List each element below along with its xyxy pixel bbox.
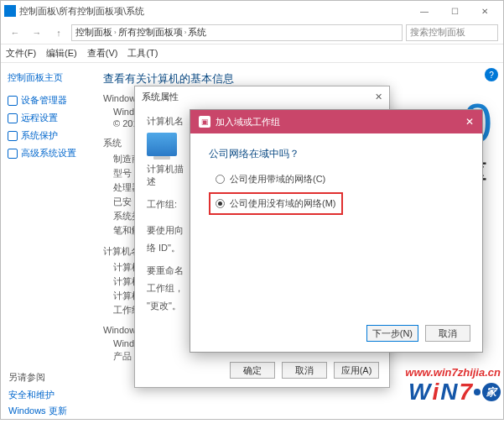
remote-icon xyxy=(8,113,18,123)
joindlg-titlebar: ▣ 加入域或工作组 ✕ xyxy=(190,110,482,133)
menu-tools[interactable]: 工具(T) xyxy=(127,47,158,60)
highlighted-option: 公司使用没有域的网络(M) xyxy=(209,192,343,215)
sidebar-item-advanced[interactable]: 高级系统设置 xyxy=(8,147,86,160)
sysprop-title-text: 系统属性 xyxy=(142,91,179,103)
titlebar: 控制面板\所有控制面板项\系统 — ☐ ✕ xyxy=(1,1,503,21)
crumb[interactable]: 所有控制面板项 xyxy=(118,26,183,39)
breadcrumb[interactable]: 控制面板 › 所有控制面板项 › 系统 xyxy=(71,24,403,41)
wizard-icon: ▣ xyxy=(199,116,210,128)
ok-button[interactable]: 确定 xyxy=(230,362,275,379)
cancel-button[interactable]: 取消 xyxy=(282,362,327,379)
see-also-update[interactable]: Windows 更新 xyxy=(8,405,67,417)
sidebar-item-device-manager[interactable]: 设备管理器 xyxy=(8,94,86,107)
minimize-button[interactable]: — xyxy=(409,1,439,21)
window-title: 控制面板\所有控制面板项\系统 xyxy=(19,5,409,18)
up-arrow-icon[interactable]: ↑ xyxy=(49,24,68,42)
control-panel-home-link[interactable]: 控制面板主页 xyxy=(8,71,86,84)
sidebar-item-remote[interactable]: 远程设置 xyxy=(8,112,86,124)
joindlg-body: 公司网络在域中吗？ 公司使用带域的网络(C) 公司使用没有域的网络(M) xyxy=(190,133,482,228)
sysprop-footer: 确定 取消 应用(A) xyxy=(230,362,379,379)
maximize-button[interactable]: ☐ xyxy=(439,1,470,21)
label: 计算机描述 xyxy=(147,163,189,188)
menu-view[interactable]: 查看(V) xyxy=(87,47,118,60)
label: 计算机名 xyxy=(147,115,189,128)
radio-label: 公司使用带域的网络(C) xyxy=(230,173,325,186)
navbar: ← → ↑ 控制面板 › 所有控制面板项 › 系统 搜索控制面板 xyxy=(1,21,503,44)
join-domain-dialog: ▣ 加入域或工作组 ✕ 公司网络在域中吗？ 公司使用带域的网络(C) 公司使用没… xyxy=(190,109,483,353)
window-controls: — ☐ ✕ xyxy=(409,1,500,21)
see-also: 另请参阅 安全和维护 Windows 更新 xyxy=(8,371,67,421)
page-title: 查看有关计算机的基本信息 xyxy=(103,71,493,86)
chevron-right-icon: › xyxy=(114,29,117,36)
crumb[interactable]: 系统 xyxy=(188,26,206,39)
menubar: 文件(F) 编辑(E) 查看(V) 工具(T) xyxy=(1,44,503,63)
computer-icon xyxy=(147,133,177,156)
device-icon xyxy=(8,96,18,106)
back-arrow-icon[interactable]: ← xyxy=(6,24,24,42)
cancel-button[interactable]: 取消 xyxy=(425,325,470,342)
radio-domain[interactable]: 公司使用带域的网络(C) xyxy=(209,173,464,186)
sidebar: 控制面板主页 设备管理器 远程设置 系统保护 高级系统设置 xyxy=(1,63,93,419)
radio-label: 公司使用没有域的网络(M) xyxy=(230,197,336,210)
forward-arrow-icon[interactable]: → xyxy=(28,24,46,42)
see-also-security[interactable]: 安全和维护 xyxy=(8,389,67,401)
sysprop-titlebar: 系统属性 ✕ xyxy=(135,86,389,107)
app-icon xyxy=(4,5,16,17)
next-button[interactable]: 下一步(N) xyxy=(366,325,418,342)
help-icon[interactable]: ? xyxy=(485,68,498,81)
menu-edit[interactable]: 编辑(E) xyxy=(46,47,77,60)
joindlg-title-text: 加入域或工作组 xyxy=(216,116,280,128)
radio-workgroup[interactable]: 公司使用没有域的网络(M) xyxy=(216,197,336,210)
joindlg-footer: 下一步(N) 取消 xyxy=(366,325,470,342)
radio-icon xyxy=(216,175,225,184)
search-placeholder: 搜索控制面板 xyxy=(410,26,465,39)
shield-icon xyxy=(8,131,18,141)
radio-icon xyxy=(216,199,225,208)
close-button[interactable]: ✕ xyxy=(470,1,500,21)
crumb[interactable]: 控制面板 xyxy=(75,26,112,39)
dialog-question: 公司网络在域中吗？ xyxy=(209,147,464,161)
see-also-head: 另请参阅 xyxy=(8,371,67,384)
close-icon[interactable]: ✕ xyxy=(465,116,474,128)
sidebar-item-protection[interactable]: 系统保护 xyxy=(8,129,86,142)
gear-icon xyxy=(8,149,18,159)
apply-button[interactable]: 应用(A) xyxy=(334,362,379,379)
close-icon[interactable]: ✕ xyxy=(375,92,382,102)
menu-file[interactable]: 文件(F) xyxy=(6,47,36,60)
chevron-right-icon: › xyxy=(184,29,187,36)
search-input[interactable]: 搜索控制面板 xyxy=(406,24,498,41)
